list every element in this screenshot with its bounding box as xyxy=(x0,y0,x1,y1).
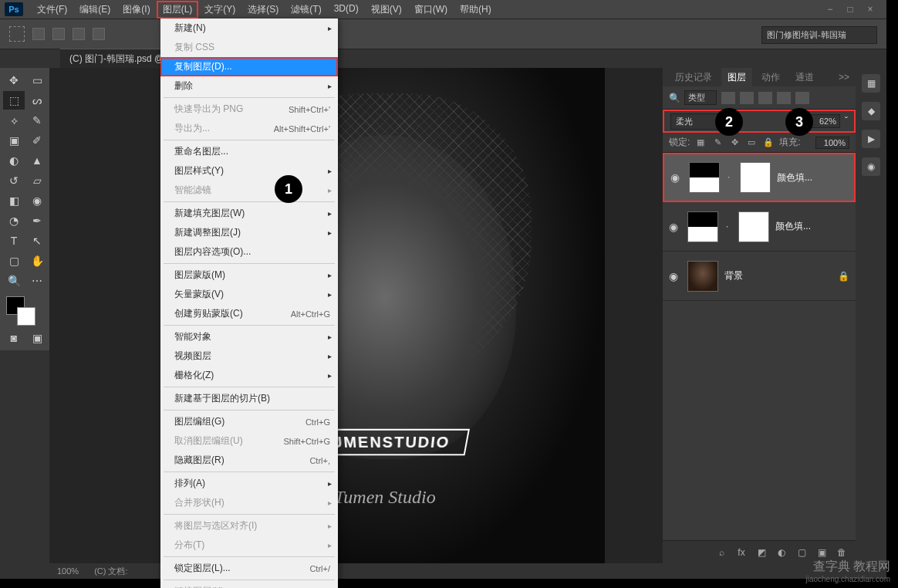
edit-toolbar[interactable]: ⋯ xyxy=(26,272,48,290)
menu-item[interactable]: 矢量蒙版(V) xyxy=(160,285,338,304)
panel-tab[interactable]: 图层 xyxy=(721,68,752,87)
filter-text-icon[interactable] xyxy=(758,92,772,104)
lock-transparency-icon[interactable]: ▦ xyxy=(694,137,707,149)
type-tool[interactable]: T xyxy=(3,231,25,250)
zoom-level[interactable]: 100% xyxy=(57,566,79,576)
menu-t[interactable]: 滤镜(T) xyxy=(285,1,327,19)
menu-h[interactable]: 帮助(H) xyxy=(454,1,498,19)
layer-name-label[interactable]: 颜色填... xyxy=(777,171,848,184)
layer-link-icon[interactable]: ⬝ xyxy=(726,172,734,183)
layer-group-icon[interactable]: ▢ xyxy=(795,546,808,559)
pen-tool[interactable]: ✒ xyxy=(26,211,48,230)
layer-thumbnail[interactable] xyxy=(687,261,718,292)
menu-item[interactable]: 重命名图层... xyxy=(160,142,338,161)
menu-l[interactable]: 图层(L) xyxy=(157,1,199,19)
healing-tool[interactable]: ◐ xyxy=(3,151,25,170)
layer-mask-thumbnail[interactable] xyxy=(738,211,769,242)
blur-tool[interactable]: ◉ xyxy=(26,191,48,210)
filter-adjust-icon[interactable] xyxy=(740,92,754,104)
screenmode-tool[interactable]: ▣ xyxy=(26,329,48,347)
lasso-tool[interactable]: ᔕ xyxy=(26,91,48,110)
color-swatches[interactable] xyxy=(3,296,48,327)
menu-v[interactable]: 视图(V) xyxy=(365,1,408,19)
background-color[interactable] xyxy=(17,307,35,326)
crop-tool[interactable]: ⟡ xyxy=(3,111,25,130)
lock-position-icon[interactable]: ✥ xyxy=(728,137,741,149)
maximize-button[interactable]: □ xyxy=(845,4,856,15)
layer-link-icon[interactable]: ⬝ xyxy=(724,221,732,232)
path-tool[interactable]: ↖ xyxy=(26,231,48,250)
layer-name-label[interactable]: 颜色填... xyxy=(775,220,849,233)
adjustment-layer-icon[interactable]: ◐ xyxy=(775,546,788,559)
menu-e[interactable]: 编辑(E) xyxy=(73,1,116,19)
option-swatch-2[interactable] xyxy=(52,28,65,40)
menu-item[interactable]: 图层内容选项(O)... xyxy=(160,242,338,262)
menu-item[interactable]: 图层编组(G)Ctrl+G xyxy=(160,412,338,431)
menu-dd[interactable]: 3D(D) xyxy=(328,1,365,19)
move-tool[interactable]: ✥ xyxy=(3,71,25,90)
layer-thumbnail[interactable] xyxy=(687,211,718,242)
fill-input[interactable]: 100% xyxy=(815,137,849,149)
lock-pixels-icon[interactable]: ✎ xyxy=(711,137,724,149)
gradient-tool[interactable]: ◧ xyxy=(3,191,25,210)
eyedropper-tool[interactable]: ✎ xyxy=(26,111,48,130)
link-layers-icon[interactable]: ⌕ xyxy=(715,546,728,559)
document-tab[interactable]: (C) 图门-韩国瑞.psd @ xyxy=(60,49,173,69)
menu-item[interactable]: 智能对象 xyxy=(160,327,338,346)
new-layer-icon[interactable]: ▣ xyxy=(815,546,828,559)
panel-tab[interactable]: 动作 xyxy=(755,68,786,87)
artboard-tool[interactable]: ▭ xyxy=(26,71,48,90)
menu-item[interactable]: 图层蒙版(M) xyxy=(160,265,338,285)
shape-tool[interactable]: ▢ xyxy=(3,252,25,270)
option-swatch-3[interactable] xyxy=(73,28,85,40)
layer-thumbnail[interactable] xyxy=(689,162,720,193)
delete-layer-icon[interactable]: 🗑 xyxy=(836,546,848,559)
layer-row[interactable]: ◉⬝颜色填... xyxy=(663,202,856,252)
tool-preset-icon[interactable] xyxy=(9,26,25,42)
panel-menu-icon[interactable]: >> xyxy=(839,72,849,83)
panel-tab[interactable]: 历史记录 xyxy=(669,68,718,87)
collapsed-panel-1[interactable]: ▦ xyxy=(862,74,880,93)
collapsed-panel-3[interactable]: ▶ xyxy=(862,130,880,148)
menu-item[interactable]: 删除 xyxy=(160,76,338,96)
collapsed-panel-4[interactable]: ◉ xyxy=(862,157,880,176)
workspace-preset-select[interactable]: 图门修图培训-韩国瑞 xyxy=(761,26,877,44)
eraser-tool[interactable]: ▱ xyxy=(26,171,48,190)
menu-item[interactable]: 图层样式(Y) xyxy=(160,161,338,181)
layer-visibility-icon[interactable]: ◉ xyxy=(669,221,681,233)
layer-visibility-icon[interactable]: ◉ xyxy=(669,270,681,282)
filter-smart-icon[interactable] xyxy=(795,92,809,104)
menu-item[interactable]: 隐藏图层(R)Ctrl+, xyxy=(160,451,338,470)
dodge-tool[interactable]: ◔ xyxy=(3,211,25,230)
menu-item[interactable]: 新建调整图层(J) xyxy=(160,223,338,242)
menu-w[interactable]: 窗口(W) xyxy=(408,1,454,19)
menu-y[interactable]: 文字(Y) xyxy=(198,1,241,19)
layer-mask-icon[interactable]: ◩ xyxy=(755,546,768,559)
lock-artboard-icon[interactable]: ▭ xyxy=(745,137,758,149)
filter-kind-select[interactable]: 类型 xyxy=(684,90,717,105)
option-swatch-4[interactable] xyxy=(93,28,105,40)
brush-tool[interactable]: ✐ xyxy=(26,131,48,150)
filter-shape-icon[interactable] xyxy=(777,92,791,104)
close-button[interactable]: × xyxy=(865,4,876,15)
menu-item[interactable]: 栅格化(Z) xyxy=(160,366,338,385)
quickmask-tool[interactable]: ◙ xyxy=(3,329,25,347)
layer-visibility-icon[interactable]: ◉ xyxy=(670,171,683,184)
frame-tool[interactable]: ▣ xyxy=(3,131,25,150)
layer-mask-thumbnail[interactable] xyxy=(740,162,771,193)
collapsed-panel-2[interactable]: ◆ xyxy=(862,102,880,120)
filter-pixel-icon[interactable] xyxy=(721,92,735,104)
menu-item[interactable]: 锁定图层(L)...Ctrl+/ xyxy=(160,559,338,578)
menu-item[interactable]: 复制图层(D)... xyxy=(160,57,338,76)
menu-s[interactable]: 选择(S) xyxy=(241,1,285,19)
layer-row[interactable]: ◉⬝颜色填... xyxy=(663,153,856,202)
layer-fx-icon[interactable]: fx xyxy=(735,546,748,559)
menu-i[interactable]: 图像(I) xyxy=(116,1,156,19)
layer-name-label[interactable]: 背景 xyxy=(724,269,832,282)
option-swatch-1[interactable] xyxy=(32,28,45,40)
layer-row[interactable]: ◉背景🔒 xyxy=(663,252,856,301)
lock-all-icon[interactable]: 🔒 xyxy=(762,137,775,149)
menu-item[interactable]: 新建基于图层的切片(B) xyxy=(160,389,338,408)
hand-tool[interactable]: ✋ xyxy=(26,252,48,270)
minimize-button[interactable]: − xyxy=(825,4,836,15)
